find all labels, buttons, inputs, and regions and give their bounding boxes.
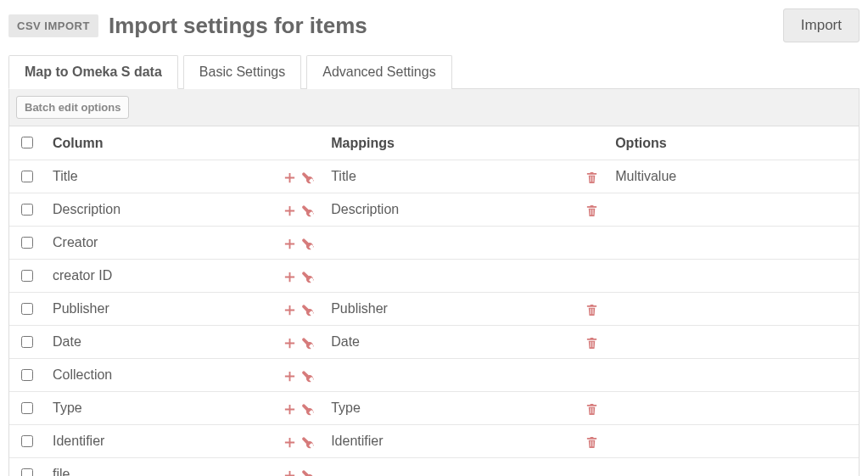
configure-icon[interactable] xyxy=(301,171,314,184)
configure-icon[interactable] xyxy=(301,271,314,283)
page-title: Import settings for items xyxy=(109,13,773,39)
page-header: CSV IMPORT Import settings for items Imp… xyxy=(8,8,860,54)
add-mapping-icon[interactable] xyxy=(283,171,296,184)
options-value: Multivalue xyxy=(615,169,676,183)
trash-icon[interactable] xyxy=(585,304,598,316)
trash-icon[interactable] xyxy=(585,337,598,350)
configure-icon[interactable] xyxy=(301,469,314,476)
column-name: Creator xyxy=(53,235,98,249)
mapping-value: Identifier xyxy=(331,434,383,448)
mapping-value: Publisher xyxy=(331,301,388,316)
row-checkbox[interactable] xyxy=(21,303,33,315)
column-name: Publisher xyxy=(53,301,109,316)
table-row: creator ID xyxy=(9,260,859,293)
header-column: Column xyxy=(44,126,273,160)
table-row: Type Type xyxy=(9,392,859,425)
add-mapping-icon[interactable] xyxy=(283,469,296,476)
column-name: Type xyxy=(53,400,82,415)
configure-icon[interactable] xyxy=(301,304,314,316)
column-name: file xyxy=(53,467,70,476)
table-row: file xyxy=(9,458,859,477)
configure-icon[interactable] xyxy=(301,436,314,449)
select-all-checkbox[interactable] xyxy=(21,137,33,148)
configure-icon[interactable] xyxy=(301,204,314,217)
trash-icon[interactable] xyxy=(585,171,598,184)
add-mapping-icon[interactable] xyxy=(283,370,296,383)
table-row: Publisher Publisher xyxy=(9,293,859,326)
add-mapping-icon[interactable] xyxy=(283,271,296,283)
mapping-table: Column Mappings Options Title TitleMulti… xyxy=(9,126,859,476)
table-row: Date Date xyxy=(9,326,859,359)
row-checkbox[interactable] xyxy=(21,237,33,249)
trash-icon[interactable] xyxy=(585,204,598,217)
mapping-value: Type xyxy=(331,400,361,415)
column-name: Identifier xyxy=(53,434,104,448)
row-checkbox[interactable] xyxy=(21,435,33,447)
mapping-value: Date xyxy=(331,334,360,349)
column-name: creator ID xyxy=(53,268,112,283)
configure-icon[interactable] xyxy=(301,403,314,416)
tab-advanced-settings[interactable]: Advanced Settings xyxy=(306,55,451,89)
row-checkbox[interactable] xyxy=(21,171,33,182)
configure-icon[interactable] xyxy=(301,370,314,383)
table-row: Collection xyxy=(9,359,859,392)
header-options: Options xyxy=(607,126,859,160)
add-mapping-icon[interactable] xyxy=(283,304,296,316)
add-mapping-icon[interactable] xyxy=(283,403,296,416)
column-name: Collection xyxy=(53,367,112,382)
add-mapping-icon[interactable] xyxy=(283,238,296,250)
tab-bar: Map to Omeka S data Basic Settings Advan… xyxy=(8,54,860,89)
tab-map-to-omeka[interactable]: Map to Omeka S data xyxy=(8,55,178,89)
batch-edit-button[interactable]: Batch edit options xyxy=(16,96,129,119)
row-checkbox[interactable] xyxy=(21,204,33,216)
mapping-value: Title xyxy=(331,169,356,183)
column-name: Title xyxy=(53,169,78,183)
row-checkbox[interactable] xyxy=(21,402,33,414)
mapping-value: Description xyxy=(331,202,399,216)
row-checkbox[interactable] xyxy=(21,468,33,476)
table-row: Title TitleMultivalue xyxy=(9,160,859,193)
trash-icon[interactable] xyxy=(585,436,598,449)
table-row: Description Description xyxy=(9,193,859,227)
import-button[interactable]: Import xyxy=(783,8,860,42)
table-row: Identifier Identifier xyxy=(9,425,859,458)
configure-icon[interactable] xyxy=(301,337,314,350)
module-badge: CSV IMPORT xyxy=(8,14,98,37)
row-checkbox[interactable] xyxy=(21,369,33,381)
column-name: Date xyxy=(53,334,81,349)
row-checkbox[interactable] xyxy=(21,336,33,348)
add-mapping-icon[interactable] xyxy=(283,436,296,449)
add-mapping-icon[interactable] xyxy=(283,204,296,217)
table-row: Creator xyxy=(9,227,859,260)
batch-row: Batch edit options xyxy=(9,89,859,126)
column-name: Description xyxy=(53,202,120,216)
configure-icon[interactable] xyxy=(301,238,314,250)
add-mapping-icon[interactable] xyxy=(283,337,296,350)
mapping-panel: Batch edit options Column Mappings Optio… xyxy=(8,89,860,476)
header-mappings: Mappings xyxy=(322,126,577,160)
table-header-row: Column Mappings Options xyxy=(9,126,859,160)
row-checkbox[interactable] xyxy=(21,270,33,282)
tab-basic-settings[interactable]: Basic Settings xyxy=(183,55,301,89)
trash-icon[interactable] xyxy=(585,403,598,416)
